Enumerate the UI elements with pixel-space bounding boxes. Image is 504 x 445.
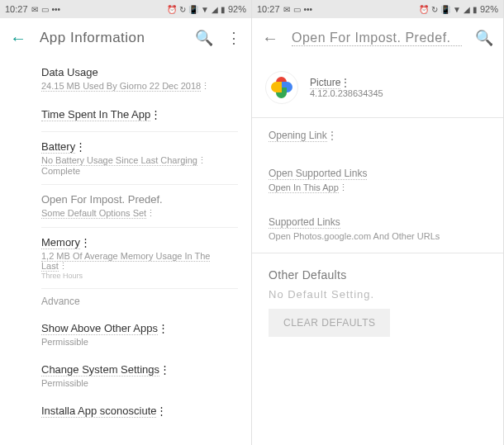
data-usage-label: Data Usage	[41, 66, 238, 78]
status-bar: 10:27 ✉ ▭ ••• ⏰ ↻ 📳 ▼ ◢ ▮ 92%	[0, 0, 251, 18]
search-icon[interactable]: 🔍	[475, 29, 493, 47]
app-header: Picture⋮ 4.12.0.238634345	[252, 58, 503, 117]
change-system-section[interactable]: Change System Settings⋮ Permissible	[41, 355, 238, 396]
page-title-right: Open For Impost. Predef.	[292, 31, 462, 46]
memory-label: Memory	[41, 236, 80, 249]
installa-label: Installa App sconosciute	[41, 405, 156, 418]
page-title: App Information	[40, 30, 182, 46]
change-system-label: Change System Settings	[41, 363, 159, 376]
battery-label: Battery	[41, 140, 75, 154]
more-menu-icon[interactable]: ⋮	[226, 29, 241, 47]
other-defaults-label: Other Defaults	[269, 268, 487, 282]
search-icon[interactable]: 🔍	[195, 29, 213, 47]
alarm-icon: ⏰	[167, 5, 177, 14]
open-default-section[interactable]: Open For Impost. Predef. Some Default Op…	[41, 185, 238, 228]
data-usage-sub: 24.15 MB Used By Giorno 22 Dec 2018	[41, 81, 201, 92]
notification-icon: ✉	[283, 5, 290, 14]
status-time: 10:27	[5, 4, 28, 14]
calendar-icon: ▭	[41, 5, 49, 14]
open-supported-section[interactable]: Open Supported Links Open In This App⋮	[269, 156, 487, 205]
signal-icon: ◢	[464, 5, 470, 14]
google-photos-icon	[271, 77, 292, 98]
more-notif-icon: •••	[304, 5, 313, 14]
app-icon	[265, 71, 298, 104]
open-supported-value: Open In This App	[269, 182, 339, 193]
memory-sub2: Three Hours	[41, 272, 238, 280]
battery-sub2: Complete	[41, 166, 238, 176]
sync-icon: ↻	[179, 5, 186, 14]
signal-icon: ◢	[212, 5, 218, 14]
vibrate-icon: 📳	[440, 5, 450, 14]
battery-percent: 92%	[228, 4, 246, 14]
status-bar-right: 10:27 ✉ ▭ ••• ⏰ ↻ 📳 ▼ ◢ ▮ 92%	[252, 0, 503, 18]
open-default-sub: Some Default Options Set	[41, 208, 146, 219]
app-version: 4.12.0.238634345	[310, 88, 383, 98]
memory-section[interactable]: Memory⋮ 1,2 MB Of Average Memory Usage I…	[41, 228, 238, 289]
sync-icon: ↻	[431, 5, 438, 14]
battery-icon: ▮	[473, 5, 478, 14]
screen-left: 10:27 ✉ ▭ ••• ⏰ ↻ 📳 ▼ ◢ ▮ 92% ← App Info…	[0, 0, 252, 445]
supported-links-label: Supported Links	[269, 216, 340, 229]
back-arrow-icon[interactable]: ←	[262, 29, 278, 48]
notification-icon: ✉	[31, 5, 38, 14]
advance-label: Advance	[41, 289, 238, 314]
battery-section[interactable]: Battery⋮ No Battery Usage Since Last Cha…	[41, 132, 238, 185]
app-name: Picture	[310, 77, 340, 89]
clear-defaults-button[interactable]: CLEAR DEFAULTS	[269, 309, 390, 337]
show-above-sub: Permissible	[41, 337, 238, 347]
show-above-section[interactable]: Show Above Other Apps⋮ Permissible	[41, 314, 238, 355]
vibrate-icon: 📳	[188, 5, 198, 14]
content-right: Opening Link⋮ Open Supported Links Open …	[252, 118, 503, 337]
more-notif-icon: •••	[52, 5, 61, 14]
app-bar: ← App Information 🔍 ⋮	[0, 18, 251, 58]
battery-percent-right: 92%	[480, 4, 498, 14]
installa-section[interactable]: Installa App sconosciute⋮	[41, 396, 238, 428]
alarm-icon: ⏰	[419, 5, 429, 14]
battery-sub: No Battery Usage Since Last Charging	[41, 155, 197, 166]
back-arrow-icon[interactable]: ←	[10, 29, 26, 48]
app-bar-right: ← Open For Impost. Predef. 🔍	[252, 18, 503, 58]
content-left: Data Usage 24.15 MB Used By Giorno 22 De…	[0, 58, 251, 428]
open-supported-label: Open Supported Links	[269, 168, 367, 180]
no-defaults-text: No Default Setting.	[269, 288, 487, 301]
memory-sub: 1,2 MB Of Average Memory Usage In The La…	[41, 251, 210, 272]
wifi-icon: ▼	[201, 5, 209, 14]
calendar-icon: ▭	[293, 5, 301, 14]
change-system-sub: Permissible	[41, 378, 238, 388]
time-spent-section[interactable]: Time Spent In The App⋮	[41, 100, 238, 132]
opening-link-section: Opening Link⋮	[269, 118, 487, 156]
open-default-label: Open For Impost. Predef.	[41, 193, 163, 206]
battery-icon: ▮	[221, 5, 226, 14]
time-spent-label: Time Spent In The App	[41, 108, 150, 121]
opening-link-label: Opening Link	[269, 130, 327, 142]
data-usage-section[interactable]: Data Usage 24.15 MB Used By Giorno 22 De…	[41, 58, 238, 100]
supported-links-value: Open Photos.google.com And Other URLs	[269, 231, 487, 241]
screen-right: 10:27 ✉ ▭ ••• ⏰ ↻ 📳 ▼ ◢ ▮ 92% ← Open For…	[252, 0, 504, 445]
supported-links-section[interactable]: Supported Links Open Photos.google.com A…	[269, 205, 487, 253]
show-above-label: Show Above Other Apps	[41, 322, 158, 335]
status-time-right: 10:27	[257, 4, 280, 14]
divider	[252, 253, 503, 253]
wifi-icon: ▼	[453, 5, 461, 14]
